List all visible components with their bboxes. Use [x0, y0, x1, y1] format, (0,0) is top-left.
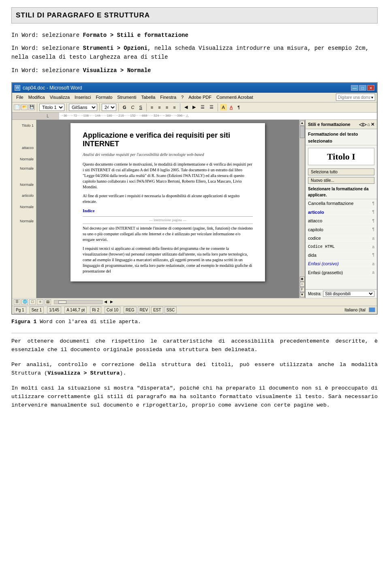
- underline-button[interactable]: S: [137, 104, 144, 111]
- scrollbar-vertical[interactable]: ▲ ◉ ○ F ▼: [299, 120, 305, 298]
- menu-strumenti[interactable]: Strumenti: [115, 93, 139, 102]
- style-label-titolo1: Titolo 1: [13, 123, 35, 129]
- titlebar-buttons[interactable]: — □ ✕: [351, 85, 374, 91]
- menu-help[interactable]: ?: [179, 93, 186, 102]
- right-panel-format-label: Formattazione del testo selezionato: [306, 129, 377, 145]
- numbering[interactable]: ☰: [207, 104, 216, 111]
- ruler-left-icon: L: [47, 113, 49, 119]
- italic-button[interactable]: C: [129, 104, 137, 111]
- bold-button[interactable]: G: [121, 104, 128, 111]
- maximize-button[interactable]: □: [359, 85, 366, 91]
- toolbar-save[interactable]: 💾: [28, 104, 35, 110]
- new-style-button[interactable]: Nuovo stile...: [308, 177, 374, 184]
- minimize-button[interactable]: —: [351, 85, 358, 91]
- show-para[interactable]: ¶: [235, 104, 242, 111]
- style-item-codice[interactable]: codice a: [306, 234, 377, 243]
- color-bg[interactable]: A: [220, 104, 227, 111]
- style-label-normale1: Normale: [13, 157, 35, 162]
- view-print[interactable]: □: [29, 299, 36, 305]
- bullets[interactable]: ☰: [199, 104, 207, 111]
- intro-bold-1: Formato > Stili e formattazione: [83, 32, 188, 38]
- scroll-up[interactable]: ▲: [300, 121, 305, 126]
- intro-line-2: In Word: selezionare Strumenti > Opzioni…: [11, 44, 378, 62]
- word-main: Titolo 1 attacco Normale Normale Normale…: [12, 120, 377, 298]
- scroll-zoom1[interactable]: ◉: [300, 277, 305, 281]
- sep5: [146, 103, 147, 111]
- body-para-2-text: Per analisi, controllo e correzione dell…: [11, 362, 378, 376]
- doc-area: Applicazione e verifica dei requisiti pe…: [36, 120, 299, 298]
- style-list: Cancella formattazione ¶ articolo ¶ atta…: [306, 199, 377, 289]
- right-panel-btn-close[interactable]: ✕: [371, 121, 374, 128]
- font-select[interactable]: GilSans: [69, 104, 97, 111]
- figura-label: Figura 1: [11, 319, 36, 325]
- align-left[interactable]: ≡: [149, 104, 155, 111]
- align-center[interactable]: ≡: [156, 104, 162, 111]
- indent-dec[interactable]: ◀: [182, 104, 190, 111]
- divider: [11, 333, 378, 333]
- scroll-left[interactable]: ◀: [103, 299, 109, 305]
- view-normal[interactable]: ☰: [14, 299, 20, 305]
- status-flags: REG REV EST SSC: [124, 307, 339, 313]
- right-panel-title-text: Stili e formattazione: [308, 121, 351, 128]
- scroll-zoom3[interactable]: F: [300, 287, 305, 292]
- style-select[interactable]: Titolo 1: [39, 104, 64, 111]
- titlebar: W cap04.doc - Microsoft Word — □ ✕: [12, 83, 377, 93]
- select-all-button[interactable]: Seleziona tutto: [308, 168, 374, 175]
- titlebar-title: cap04.doc - Microsoft Word: [23, 84, 82, 92]
- toolbar-new[interactable]: 📄: [14, 104, 20, 110]
- scroll-thumb[interactable]: [300, 126, 305, 138]
- menu-formato[interactable]: Formato: [93, 93, 115, 102]
- view-web[interactable]: 🌐: [21, 299, 28, 305]
- menu-inserisci[interactable]: Inserisci: [72, 93, 93, 102]
- close-button[interactable]: ✕: [367, 85, 374, 91]
- toolbar-open[interactable]: 📂: [21, 104, 28, 110]
- style-item-capitolo[interactable]: capitolo ¶: [306, 226, 377, 234]
- style-item-enfasi-corsivo[interactable]: Enfasi (corsivo) a: [306, 260, 377, 268]
- style-mark-codicehtml: a: [372, 244, 374, 250]
- menu-file[interactable]: File: [14, 93, 26, 102]
- scroll-right[interactable]: ▶: [109, 299, 115, 305]
- scrollbar-horizontal[interactable]: ◀ ▶: [52, 299, 375, 305]
- scroll-down[interactable]: ▼: [300, 292, 305, 297]
- menu-commenti[interactable]: Commenti Acrobat: [214, 93, 255, 102]
- menu-finestra[interactable]: Finestra: [158, 93, 179, 102]
- indent-inc[interactable]: ▶: [190, 104, 198, 111]
- menu-modifica[interactable]: Modifica: [26, 93, 47, 102]
- style-item-attacco[interactable]: attacco ¶: [306, 217, 377, 226]
- style-name-capitolo: capitolo: [308, 226, 323, 233]
- show-select[interactable]: Stili disponibili: [323, 291, 374, 297]
- scroll-zoom2[interactable]: ○: [300, 282, 305, 287]
- doc-body3: Nel decreto per sito INTERNET si intende…: [83, 226, 253, 243]
- status-pos: A 146,7 pt: [64, 307, 87, 313]
- style-name-enfasi-grassetto: Enfasi (grassetto): [308, 269, 343, 276]
- size-select[interactable]: 24: [102, 104, 116, 111]
- style-item-enfasi-grassetto[interactable]: Enfasi (grassetto) a: [306, 268, 377, 277]
- menu-visualizza[interactable]: Visualizza: [47, 93, 72, 102]
- style-label-articolo: articolo: [13, 193, 35, 199]
- right-panel-header: Stili e formattazione ◁ ▷ ⌂ ✕: [306, 120, 377, 130]
- style-item-articolo[interactable]: articolo ¶: [306, 208, 377, 217]
- view-outline[interactable]: ≡: [37, 299, 43, 305]
- search-box[interactable]: ▾: [336, 94, 375, 101]
- right-panel-btn-back[interactable]: ◁: [359, 121, 362, 128]
- flag-ssc: SSC: [165, 307, 177, 313]
- align-justify[interactable]: ≡: [171, 104, 177, 111]
- titlebar-left: W cap04.doc - Microsoft Word: [15, 84, 82, 92]
- figura-text: Word con l'area di stile aperta.: [40, 319, 141, 325]
- status-ri: Ri 2: [90, 307, 101, 313]
- color-text[interactable]: A: [228, 104, 235, 111]
- status-pages: 1/145: [47, 307, 61, 313]
- ruler-inner: ···36··· ···72··· ···108··· ···144··· ··…: [59, 113, 377, 119]
- statusbar: Pg 1 Sez 1 1/145 A 146,7 pt Ri 2 Col 10 …: [12, 306, 377, 314]
- style-item-codicehtml[interactable]: Codice HTML a: [306, 243, 377, 251]
- style-item-cancella[interactable]: Cancella formattazione ¶: [306, 199, 377, 208]
- view-task[interactable]: ▤: [45, 299, 51, 305]
- right-panel-btn-home[interactable]: ⌂: [367, 121, 370, 128]
- style-item-dida[interactable]: dida ¶: [306, 251, 377, 260]
- search-input[interactable]: [338, 95, 370, 100]
- right-panel-btn-fwd[interactable]: ▷: [363, 121, 366, 128]
- menu-adobe[interactable]: Adobe PDF: [186, 93, 214, 102]
- menu-tabella[interactable]: Tabella: [139, 93, 158, 102]
- right-styles-panel: Stili e formattazione ◁ ▷ ⌂ ✕ Formattazi…: [305, 120, 377, 298]
- align-right[interactable]: ≡: [164, 104, 170, 111]
